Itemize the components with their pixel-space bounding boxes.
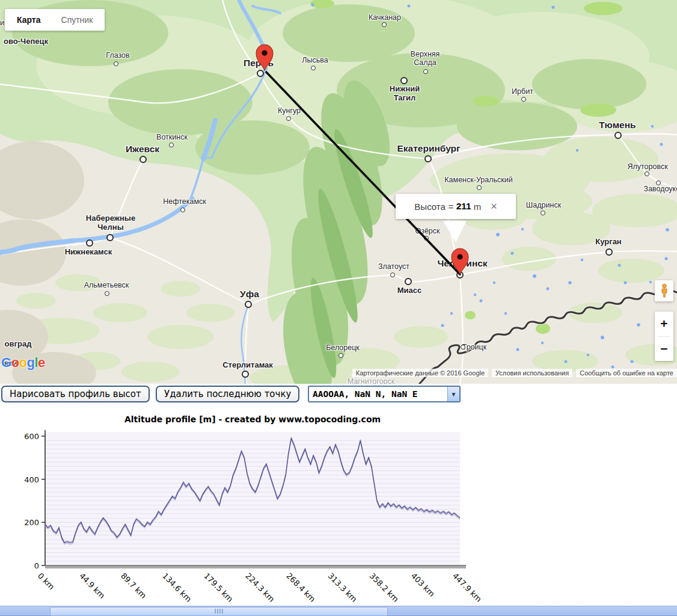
chelyabinsk-marker[interactable] (452, 248, 468, 274)
svg-text:268.4 km: 268.4 km (284, 571, 317, 604)
google-logo[interactable]: Google (1, 355, 45, 371)
info-equals: = (449, 202, 454, 212)
perm-marker[interactable] (256, 45, 273, 70)
svg-text:44.9 km: 44.9 km (78, 571, 106, 600)
map-type-satellite-button[interactable]: Спутник (61, 15, 93, 25)
svg-text:200: 200 (24, 518, 39, 527)
svg-text:403 km: 403 km (409, 571, 437, 599)
svg-text:179.5 km: 179.5 km (202, 571, 234, 604)
attribution-copyright: Картографические данные © 2016 Google (352, 369, 488, 377)
route-line (266, 72, 460, 274)
pegman-icon (660, 283, 669, 299)
coordinates-value: AAOOAA, NaN N, NaN E (309, 389, 447, 399)
svg-text:224.3 km: 224.3 km (244, 571, 276, 604)
svg-text:134.6 km: 134.6 km (161, 571, 193, 604)
svg-text:Altitude profile [m] - created: Altitude profile [m] - created by www.to… (124, 414, 381, 424)
altitude-profile-chart: 02004006000 km44.9 km89.7 km134.6 km179.… (17, 414, 510, 608)
horizontal-scrollbar[interactable] (0, 606, 677, 616)
zoom-control: + − (655, 312, 673, 361)
info-value: 211 (456, 201, 471, 212)
map-canvas[interactable]: ирово-ЧепецкГлазовКачканарЛысьваПермьКун… (0, 0, 677, 384)
pegman-control[interactable] (655, 280, 673, 301)
info-unit: m (474, 202, 482, 212)
info-window-tail (443, 221, 467, 242)
page: ирово-ЧепецкГлазовКачканарЛысьваПермьКун… (0, 0, 677, 616)
coordinates-select[interactable]: AAOOAA, NaN N, NaN E ▼ (308, 386, 461, 402)
delete-last-point-button[interactable]: Удалить последнюю точку (156, 386, 299, 402)
zoom-out-button[interactable]: − (655, 337, 673, 362)
scrollbar-thumb[interactable] (50, 607, 388, 616)
terms-link[interactable]: Условия использования (492, 369, 572, 377)
svg-text:400: 400 (24, 475, 39, 484)
svg-text:313.3 km: 313.3 km (326, 571, 359, 604)
zoom-in-button[interactable]: + (655, 312, 673, 336)
svg-text:358.2 km: 358.2 km (368, 571, 400, 604)
report-error-link[interactable]: Сообщить об ошибке на карте (576, 369, 677, 377)
svg-text:0: 0 (34, 561, 39, 570)
close-icon[interactable]: × (491, 201, 497, 212)
scrollbar-grip (215, 609, 223, 614)
route-overlay (0, 0, 677, 384)
map-attribution: Картографические данные © 2016 Google Ус… (352, 368, 677, 378)
map-type-control: Карта Спутник (5, 9, 105, 31)
info-label: Высота (414, 202, 446, 212)
dropdown-arrow-icon[interactable]: ▼ (447, 387, 459, 401)
elevation-info-window: Высота = 211 m × (396, 194, 516, 219)
svg-text:447.9 km: 447.9 km (451, 571, 483, 604)
svg-text:0 km: 0 km (36, 571, 57, 592)
map-type-map-button[interactable]: Карта (17, 15, 41, 25)
svg-text:600: 600 (24, 432, 39, 441)
svg-text:89.7 km: 89.7 km (119, 571, 148, 600)
draw-profile-button[interactable]: Нарисовать профиль высот (1, 386, 150, 402)
